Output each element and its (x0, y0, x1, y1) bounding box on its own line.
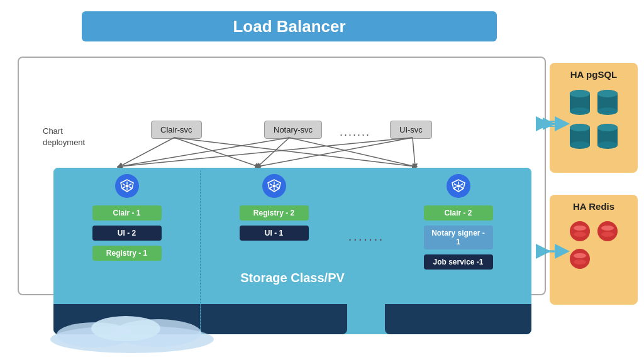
ui-svc-box: UI-svc (390, 121, 432, 139)
ha-redis-label: HA Redis (573, 201, 614, 212)
svg-line-14 (123, 187, 125, 188)
svg-point-54 (601, 232, 614, 237)
k8s-icon-1 (115, 174, 139, 198)
svg-line-6 (119, 138, 413, 166)
svg-line-7 (258, 138, 413, 166)
ha-pgsql-icons (568, 87, 619, 151)
redis-icon-3 (568, 247, 592, 271)
svg-point-44 (597, 141, 618, 149)
k8s-icon-2 (262, 174, 286, 198)
svg-point-9 (125, 185, 128, 188)
load-balancer-box: Load Balancer (82, 11, 497, 41)
svg-point-23 (457, 185, 460, 188)
svg-point-55 (601, 226, 614, 231)
k8s-icon-3 (447, 174, 470, 198)
notary-signer-label: Notary signer - 1 (424, 226, 493, 249)
svg-point-16 (272, 185, 275, 188)
clair-1-label: Clair - 1 (92, 205, 162, 221)
ha-redis-box: HA Redis (550, 195, 638, 305)
clair-2-label: Clair - 2 (424, 205, 493, 221)
ha-pgsql-label: HA pgSQL (570, 69, 617, 80)
ui-1-label: UI - 1 (240, 226, 309, 241)
svg-point-40 (570, 141, 590, 149)
svg-point-33 (570, 90, 590, 97)
db-cylinder-1 (568, 87, 592, 117)
svg-line-13 (129, 187, 131, 188)
pod-3: Clair - 2 Notary signer - 1 Job service … (385, 168, 531, 334)
svg-point-64 (91, 316, 160, 341)
svg-point-36 (597, 107, 618, 115)
svg-line-15 (129, 184, 131, 186)
registry-2-label: Registry - 2 (240, 205, 309, 221)
ha-redis-icons (568, 219, 619, 271)
svg-line-26 (454, 184, 457, 186)
redis-icon-1 (568, 219, 592, 243)
db-cylinder-2 (596, 87, 619, 117)
svg-line-5 (289, 138, 415, 166)
svg-line-19 (270, 184, 272, 186)
chart-deployment-label: Chartdeployment (43, 126, 85, 148)
svg-line-4 (258, 138, 289, 166)
svg-point-60 (574, 253, 586, 258)
load-balancer-label: Load Balancer (233, 17, 345, 36)
svg-point-32 (570, 107, 590, 115)
registry-1-label: Registry - 1 (92, 246, 162, 261)
svg-line-0 (119, 138, 174, 166)
svg-point-41 (570, 124, 590, 131)
clair-svc-box: Clair-svc (151, 121, 202, 139)
db-cylinder-4 (596, 121, 619, 151)
svg-point-45 (597, 124, 618, 131)
svg-line-28 (454, 187, 457, 188)
svc-dots: ....... (340, 126, 370, 139)
redis-icon-2 (596, 219, 619, 243)
svg-line-1 (174, 138, 258, 166)
svg-line-12 (123, 184, 125, 186)
job-service-label: Job service -1 (424, 254, 493, 270)
ha-pgsql-box: HA pgSQL (550, 63, 638, 173)
svg-line-22 (276, 184, 279, 186)
svg-line-29 (460, 184, 463, 186)
svg-line-21 (270, 187, 272, 188)
svg-line-8 (413, 138, 415, 166)
svg-line-3 (119, 138, 289, 166)
svg-line-20 (276, 187, 279, 188)
notary-svc-box: Notary-svc (264, 121, 322, 139)
svg-point-50 (574, 226, 586, 231)
svg-line-2 (174, 138, 415, 166)
svg-point-49 (574, 232, 586, 237)
pods-dots-text: ....... (348, 228, 384, 244)
cloud-shape (31, 305, 233, 355)
ui-2-label: UI - 2 (92, 226, 162, 241)
svg-point-37 (597, 90, 618, 97)
db-cylinder-3 (568, 121, 592, 151)
pods-middle-dots: ....... (347, 168, 385, 334)
storage-bar-3 (385, 304, 531, 334)
svg-point-59 (574, 259, 586, 265)
svg-line-27 (460, 187, 463, 188)
chart-deployment-box: Chartdeployment Clair-svc Notary-svc UI-… (18, 57, 546, 295)
